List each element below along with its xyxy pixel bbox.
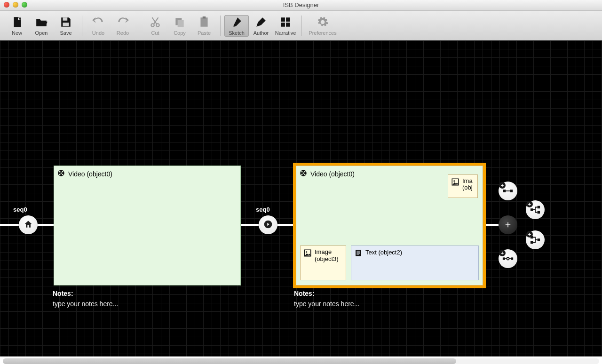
- paste-label: Paste: [198, 30, 211, 36]
- scene-card-selected[interactable]: Video (object0) Ima (obj Image (object3)…: [296, 166, 483, 285]
- new-file-icon: [11, 16, 23, 28]
- cut-label: Cut: [151, 30, 159, 36]
- zoom-window-button[interactable]: [22, 2, 27, 8]
- sketch-label: Sketch: [229, 30, 245, 36]
- svg-rect-10: [286, 17, 290, 22]
- save-label: Save: [60, 30, 71, 36]
- open-button[interactable]: Open: [29, 15, 54, 37]
- svg-rect-40: [538, 211, 540, 214]
- svg-rect-38: [531, 208, 533, 211]
- svg-rect-34: [356, 254, 359, 254]
- toolbar-mode-group: Sketch Author Narrative: [224, 15, 298, 37]
- link-scenes-icon: [503, 188, 513, 194]
- scrollbar-track[interactable]: [3, 358, 599, 364]
- undo-label: Undo: [92, 30, 104, 36]
- video-icon: [299, 169, 308, 179]
- seq-next-node[interactable]: [259, 215, 277, 234]
- minimize-window-button[interactable]: [13, 2, 18, 8]
- toolbar-app-group: Preferences: [306, 15, 340, 37]
- scene-card[interactable]: Video (object0): [54, 166, 241, 285]
- plus-badge-icon: +: [526, 201, 533, 207]
- cut-button[interactable]: Cut: [143, 15, 167, 37]
- svg-rect-12: [286, 23, 290, 27]
- window-controls: [4, 2, 27, 8]
- seq-node-label: seq0: [256, 206, 270, 213]
- redo-label: Redo: [117, 30, 129, 36]
- svg-rect-39: [538, 206, 540, 209]
- scene-title-text: Video (object0): [310, 170, 355, 178]
- add-node-button[interactable]: [499, 215, 517, 234]
- author-label: Author: [253, 30, 269, 36]
- scrollbar-thumb[interactable]: [3, 358, 456, 364]
- new-button[interactable]: New: [5, 15, 29, 37]
- close-window-button[interactable]: [4, 2, 9, 8]
- merge-icon: [530, 236, 540, 244]
- horizontal-scrollbar[interactable]: [0, 356, 602, 364]
- scene-title: Video (object0): [57, 169, 112, 179]
- redo-button[interactable]: Redo: [111, 15, 135, 37]
- grid-icon: [279, 16, 292, 28]
- sketch-mode-button[interactable]: Sketch: [224, 15, 249, 37]
- copy-button[interactable]: Copy: [167, 15, 192, 37]
- toolbar-separator: [82, 16, 82, 36]
- svg-point-27: [453, 180, 455, 182]
- svg-rect-48: [509, 258, 511, 259]
- toolbar-clipboard-group: Cut Copy Paste: [143, 15, 216, 37]
- text-icon: [354, 249, 363, 259]
- add-branch-button[interactable]: +: [526, 200, 545, 219]
- narrative-mode-button[interactable]: Narrative: [273, 15, 298, 37]
- image-element-label: Ima (obj: [462, 178, 475, 191]
- toolbar: New Open Save Undo Redo: [0, 11, 602, 40]
- image-element[interactable]: Image (object3): [300, 245, 346, 280]
- add-linked-scene-button[interactable]: +: [499, 182, 517, 200]
- text-element[interactable]: Text (object2): [351, 245, 479, 280]
- plus-badge-icon: +: [499, 250, 506, 256]
- image-icon: [451, 178, 459, 188]
- copy-label: Copy: [174, 30, 186, 36]
- svg-point-24: [304, 174, 306, 175]
- new-label: New: [12, 30, 22, 36]
- paste-button[interactable]: Paste: [192, 15, 216, 37]
- notes-label: Notes:: [53, 290, 118, 297]
- svg-rect-7: [200, 17, 207, 27]
- svg-rect-42: [531, 241, 533, 244]
- video-icon: [57, 169, 65, 179]
- svg-rect-44: [503, 257, 505, 260]
- svg-point-18: [62, 174, 63, 175]
- svg-point-21: [301, 171, 303, 173]
- paste-icon: [198, 16, 210, 28]
- toolbar-separator: [220, 16, 221, 36]
- scene-title: Video (object0): [299, 169, 355, 179]
- undo-button[interactable]: Undo: [86, 15, 111, 37]
- svg-rect-31: [356, 251, 360, 252]
- toolbar-history-group: Undo Redo: [86, 15, 135, 37]
- canvas[interactable]: seq0 seq0 Video (object0) Notes: type yo…: [0, 40, 602, 356]
- svg-rect-9: [281, 17, 285, 22]
- window-title: ISB Designer: [283, 1, 319, 8]
- svg-rect-6: [178, 20, 184, 27]
- undo-icon: [92, 16, 104, 28]
- author-mode-button[interactable]: Author: [249, 15, 273, 37]
- svg-rect-32: [356, 252, 360, 253]
- copy-icon: [174, 16, 186, 28]
- notes-input[interactable]: type your notes here...: [294, 300, 359, 308]
- scene-title-text: Video (object0): [68, 170, 112, 178]
- folder-open-icon: [35, 16, 48, 28]
- open-label: Open: [35, 30, 48, 36]
- seq-home-node[interactable]: [19, 215, 38, 234]
- svg-rect-33: [356, 253, 360, 253]
- save-icon: [60, 16, 72, 28]
- plus-badge-icon: +: [499, 182, 506, 189]
- notes-label: Notes:: [294, 290, 359, 297]
- pen-icon: [255, 16, 267, 28]
- cut-icon: [149, 16, 161, 28]
- add-merge-button[interactable]: +: [526, 230, 545, 249]
- connection-line: [484, 224, 499, 226]
- home-icon: [24, 220, 33, 230]
- save-button[interactable]: Save: [54, 15, 78, 37]
- add-sequence-button[interactable]: +: [499, 249, 517, 268]
- svg-point-45: [507, 257, 509, 260]
- notes-input[interactable]: type your notes here...: [53, 300, 118, 308]
- image-element-small[interactable]: Ima (obj: [448, 174, 478, 198]
- preferences-button[interactable]: Preferences: [306, 15, 340, 37]
